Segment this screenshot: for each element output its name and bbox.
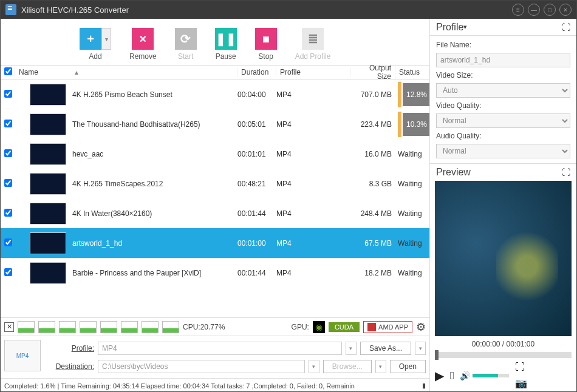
snapshot-icon[interactable]: 📷 <box>515 377 572 389</box>
add-dropdown[interactable]: ▾ <box>101 28 111 50</box>
volume-icon[interactable]: 🔊 <box>460 371 470 380</box>
file-row[interactable]: 4K In Water(3840×2160)00:01:44MP4248.4 M… <box>1 198 429 228</box>
thumbnail <box>30 262 66 284</box>
profile-label: Profile: <box>46 344 94 353</box>
row-checkbox[interactable] <box>1 120 15 129</box>
maximize-button[interactable]: □ <box>544 4 556 16</box>
profile-panel-header: Profile▾ ⛶ <box>430 19 576 36</box>
videoquality-select[interactable]: Normal <box>436 113 570 128</box>
file-duration: 00:01:00 <box>237 239 276 248</box>
filename-field[interactable] <box>436 53 570 67</box>
amd-badge[interactable]: AMD APP <box>363 321 412 333</box>
file-row[interactable]: 4K H.265 Pismo Beach Sunset00:04:00MP470… <box>1 79 429 109</box>
file-duration: 00:01:44 <box>237 269 276 277</box>
column-profile[interactable]: Profile <box>276 68 350 76</box>
list-header: Name Duration Profile Output Size Status <box>1 65 429 79</box>
preview-image[interactable] <box>435 181 572 336</box>
open-button[interactable]: Open <box>390 360 426 373</box>
browse-button[interactable]: Browse... <box>323 360 372 373</box>
fullscreen-icon[interactable]: ⛶ <box>515 362 572 373</box>
file-row[interactable]: The Thousand-hand Bodhisattva(H265)00:05… <box>1 109 429 139</box>
thumbnail <box>30 84 66 106</box>
column-duration[interactable]: Duration <box>237 68 276 76</box>
statusbar-toggle-icon[interactable]: ▮ <box>422 382 426 390</box>
file-size: 16.0 MB <box>350 150 395 158</box>
cuda-badge[interactable]: CUDA <box>329 322 360 332</box>
file-row[interactable]: Barbie - Princess and the Pauper [XviD]0… <box>1 258 429 288</box>
preview-expand-icon[interactable]: ⛶ <box>562 167 570 177</box>
column-output-size[interactable]: Output Size <box>350 64 395 81</box>
destination-field[interactable] <box>98 360 305 373</box>
file-row[interactable]: artsworld_1_hd00:01:00MP467.5 MBWaiting <box>1 228 429 258</box>
pause-button[interactable]: ❚❚Pause <box>215 28 237 61</box>
file-duration: 00:01:44 <box>237 209 276 218</box>
cpu-graph <box>59 321 76 333</box>
remove-button[interactable]: ×Remove <box>129 28 157 61</box>
add-profile-button[interactable]: ≣Add Profile <box>295 28 331 61</box>
file-name: hevc_aac <box>72 150 103 158</box>
cpu-graph <box>80 321 97 333</box>
file-list: 4K H.265 Pismo Beach Sunset00:04:00MP470… <box>1 79 429 317</box>
cpu-close-icon[interactable]: ✕ <box>4 322 14 332</box>
videosize-select[interactable]: Auto <box>436 83 570 98</box>
file-size: 707.0 MB <box>350 90 395 99</box>
file-name: artsworld_1_hd <box>72 239 122 248</box>
stop-button[interactable]: ■Stop <box>255 28 277 61</box>
close-button[interactable]: × <box>559 4 572 16</box>
audioquality-label: Audio Quality: <box>436 132 570 140</box>
profile-field[interactable] <box>98 342 342 355</box>
thumbnail <box>30 203 66 225</box>
preview-time: 00:00:00 / 00:01:00 <box>430 336 576 352</box>
file-profile: MP4 <box>276 90 350 99</box>
start-button[interactable]: ⟳Start <box>175 28 197 61</box>
column-status[interactable]: Status <box>395 68 429 76</box>
browse-dropdown[interactable]: ▾ <box>375 360 386 373</box>
main-toolbar: +▾ Add ×Remove ⟳Start ❚❚Pause ■Stop ≣Add… <box>1 19 429 65</box>
cpu-label: CPU:20.77% <box>183 323 225 331</box>
thumbnail <box>30 232 66 254</box>
file-profile: MP4 <box>276 239 350 248</box>
stop-icon[interactable] <box>450 372 454 379</box>
audioquality-select[interactable]: Normal <box>436 144 570 158</box>
app-logo-icon <box>5 4 16 15</box>
row-checkbox[interactable] <box>1 209 15 218</box>
row-checkbox[interactable] <box>1 90 15 100</box>
file-row[interactable]: hevc_aac00:01:01MP416.0 MBWaiting <box>1 139 429 169</box>
file-profile: MP4 <box>276 180 350 188</box>
destination-label: Destination: <box>46 362 94 371</box>
nvidia-icon: ◉ <box>313 321 325 333</box>
row-checkbox[interactable] <box>1 238 15 248</box>
file-status: Waiting <box>395 239 429 248</box>
gpu-label: GPU: <box>292 323 309 331</box>
profile-thumb-icon: MP4 <box>4 340 41 371</box>
bottom-controls: MP4 Profile: ▾ Save As... ▾ Destination:… <box>1 336 429 378</box>
row-checkbox[interactable] <box>1 268 15 278</box>
menu-button[interactable]: ≡ <box>512 4 524 16</box>
save-as-button[interactable]: Save As... <box>360 342 411 355</box>
play-icon[interactable]: ▶ <box>435 368 444 383</box>
volume-slider[interactable] <box>473 374 509 377</box>
expand-icon[interactable]: ⛶ <box>562 22 570 32</box>
file-row[interactable]: 4K H.265 TimeScapes.201200:48:21MP48.3 G… <box>1 169 429 198</box>
profile-dropdown[interactable]: ▾ <box>346 342 357 355</box>
file-name: 4K H.265 TimeScapes.2012 <box>72 180 163 188</box>
file-size: 67.5 MB <box>350 239 395 248</box>
thumbnail <box>30 113 66 135</box>
file-status: Waiting <box>395 209 429 218</box>
settings-icon[interactable]: ⚙ <box>416 320 426 334</box>
minimize-button[interactable]: — <box>528 4 540 16</box>
file-status: Waiting <box>395 269 429 277</box>
destination-dropdown[interactable]: ▾ <box>309 360 319 373</box>
file-duration: 00:05:01 <box>237 120 276 129</box>
save-as-dropdown[interactable]: ▾ <box>415 342 426 355</box>
row-checkbox[interactable] <box>1 179 15 189</box>
profile-panel: File Name: Video Size: Auto Video Qualit… <box>430 36 576 163</box>
file-profile: MP4 <box>276 209 350 218</box>
preview-slider[interactable] <box>435 352 572 358</box>
column-name[interactable]: Name <box>15 68 237 76</box>
select-all-checkbox[interactable] <box>1 67 15 77</box>
add-button[interactable]: +▾ Add <box>80 28 111 61</box>
cpu-graph <box>162 321 179 333</box>
file-size: 18.2 MB <box>350 269 395 277</box>
row-checkbox[interactable] <box>1 149 15 159</box>
